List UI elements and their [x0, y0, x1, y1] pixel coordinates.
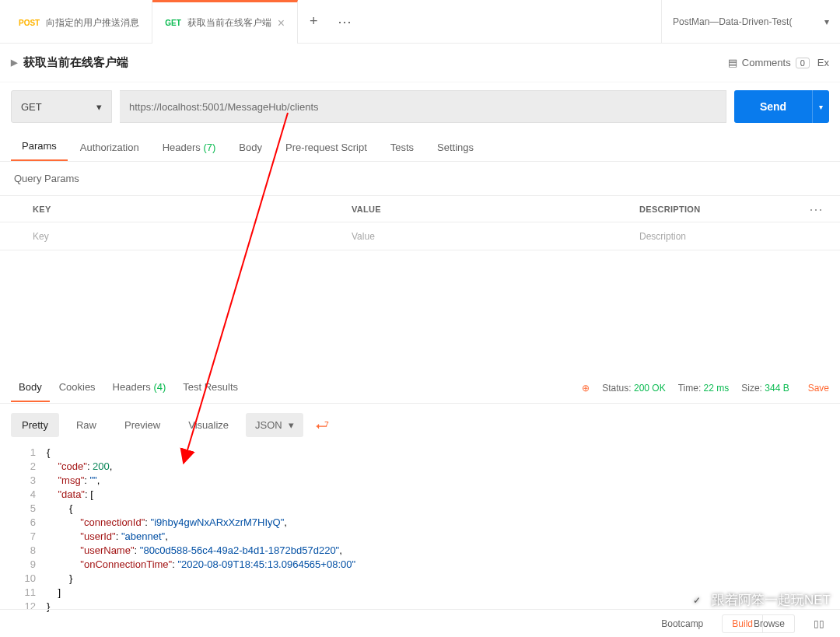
- send-button[interactable]: Send: [734, 90, 812, 123]
- query-params-label: Query Params: [0, 162, 840, 195]
- tab-headers[interactable]: Headers (7): [152, 134, 227, 161]
- wechat-icon: ✓: [688, 592, 705, 609]
- size-value: 344 B: [765, 383, 789, 394]
- comments-button[interactable]: ▤ Comments 0: [728, 57, 810, 68]
- view-pretty-button[interactable]: Pretty: [11, 413, 59, 437]
- resp-tab-body[interactable]: Body: [11, 373, 50, 402]
- bootcamp-button[interactable]: Bootcamp: [661, 618, 703, 629]
- params-header-row: KEY VALUE DESCRIPTION ⋯: [0, 196, 840, 222]
- watermark-text: 跟着阿笨一起玩NET: [712, 591, 831, 609]
- tab-title: 向指定的用户推送消息: [46, 16, 139, 30]
- tab-prerequest[interactable]: Pre-request Script: [275, 134, 378, 161]
- tab-title: 获取当前在线客户端: [187, 16, 271, 30]
- param-key-input[interactable]: Key: [11, 231, 330, 242]
- request-header: ▶ 获取当前在线客户端 ▤ Comments 0 Ex: [0, 44, 840, 82]
- body-toolbar: Pretty Raw Preview Visualize JSON ▾ ⮐: [0, 404, 840, 446]
- tabs-area: POST 向指定的用户推送消息 GET 获取当前在线客户端 × + ⋯: [0, 0, 661, 43]
- panel-layout-button[interactable]: ▯▯: [814, 618, 824, 629]
- format-selector[interactable]: JSON ▾: [246, 413, 303, 437]
- tab-body[interactable]: Body: [228, 134, 273, 161]
- top-bar: POST 向指定的用户推送消息 GET 获取当前在线客户端 × + ⋯ Post…: [0, 0, 840, 44]
- tab-params[interactable]: Params: [11, 132, 68, 161]
- resp-tab-cookies[interactable]: Cookies: [51, 373, 103, 402]
- environment-name: PostMan—Data-Driven-Test(: [673, 16, 792, 27]
- tab-authorization[interactable]: Authorization: [69, 134, 150, 161]
- response-status: ⊕ Status: 200 OK Time: 22 ms Size: 344 B…: [582, 383, 829, 394]
- col-description: DESCRIPTION: [618, 205, 809, 214]
- response-tabs-row: Body Cookies Headers (4) Test Results ⊕ …: [0, 373, 840, 404]
- tab-tests[interactable]: Tests: [380, 134, 425, 161]
- col-value: VALUE: [330, 205, 618, 214]
- resp-headers-count: (4): [153, 381, 166, 393]
- method-selector[interactable]: GET ▾: [11, 90, 112, 123]
- param-description-input[interactable]: Description: [618, 231, 829, 242]
- view-preview-button[interactable]: Preview: [114, 413, 171, 437]
- code-content: { "code": 200, "msg": "", "data": [ { "c…: [47, 446, 840, 614]
- chevron-down-icon: ▾: [96, 101, 102, 113]
- request-tabs: Params Authorization Headers (7) Body Pr…: [0, 131, 840, 162]
- params-table: KEY VALUE DESCRIPTION ⋯ Key Value Descri…: [0, 195, 840, 250]
- params-row[interactable]: Key Value Description: [0, 222, 840, 250]
- watermark: ✓ 跟着阿笨一起玩NET: [688, 591, 831, 609]
- tab-0[interactable]: POST 向指定的用户推送消息: [6, 0, 152, 44]
- comments-label: Comments: [742, 57, 791, 68]
- resp-tab-testresults[interactable]: Test Results: [175, 373, 246, 402]
- wrap-icon: ⮐: [316, 417, 330, 433]
- tab-settings[interactable]: Settings: [426, 134, 485, 161]
- send-dropdown-button[interactable]: ▾: [812, 90, 829, 123]
- request-name-text: 获取当前在线客户端: [23, 55, 128, 70]
- close-icon[interactable]: ×: [278, 16, 285, 30]
- save-response-button[interactable]: Save: [808, 383, 829, 394]
- browse-button[interactable]: Browse: [744, 614, 795, 633]
- network-icon[interactable]: ⊕: [582, 383, 590, 394]
- view-visualize-button[interactable]: Visualize: [177, 413, 240, 437]
- chevron-down-icon: ▾: [824, 16, 829, 27]
- resp-tab-headers[interactable]: Headers (4): [105, 373, 174, 402]
- params-more-icon[interactable]: ⋯: [809, 201, 829, 218]
- method-value: GET: [21, 101, 42, 113]
- method-badge: GET: [165, 19, 181, 27]
- wrap-lines-button[interactable]: ⮐: [310, 411, 336, 438]
- url-value: https://localhost:5001/MessageHub/client…: [129, 101, 319, 113]
- request-name[interactable]: ▶ 获取当前在线客户端: [11, 55, 128, 70]
- col-key: KEY: [11, 205, 330, 214]
- tab-overflow-button[interactable]: ⋯: [329, 0, 360, 43]
- examples-button[interactable]: Ex: [817, 57, 829, 68]
- comment-icon: ▤: [728, 57, 737, 68]
- footer-bar: Bootcamp Build Browse ▯▯: [0, 609, 840, 637]
- add-tab-button[interactable]: +: [298, 0, 329, 43]
- environment-selector[interactable]: PostMan—Data-Driven-Test( ▾: [661, 0, 840, 43]
- method-badge: POST: [19, 19, 40, 27]
- format-value: JSON: [255, 419, 282, 431]
- line-gutter: 123456789101112: [0, 446, 47, 614]
- headers-count: (7): [203, 142, 215, 153]
- comments-count: 0: [796, 58, 810, 68]
- param-value-input[interactable]: Value: [330, 231, 618, 242]
- url-input[interactable]: https://localhost:5001/MessageHub/client…: [120, 90, 726, 123]
- caret-right-icon: ▶: [11, 58, 17, 68]
- tab-1[interactable]: GET 获取当前在线客户端 ×: [152, 0, 298, 44]
- view-raw-button[interactable]: Raw: [65, 413, 107, 437]
- chevron-down-icon: ▾: [289, 419, 294, 431]
- url-row: GET ▾ https://localhost:5001/MessageHub/…: [0, 82, 840, 131]
- time-value: 22 ms: [704, 383, 730, 394]
- status-value: 200 OK: [634, 383, 666, 394]
